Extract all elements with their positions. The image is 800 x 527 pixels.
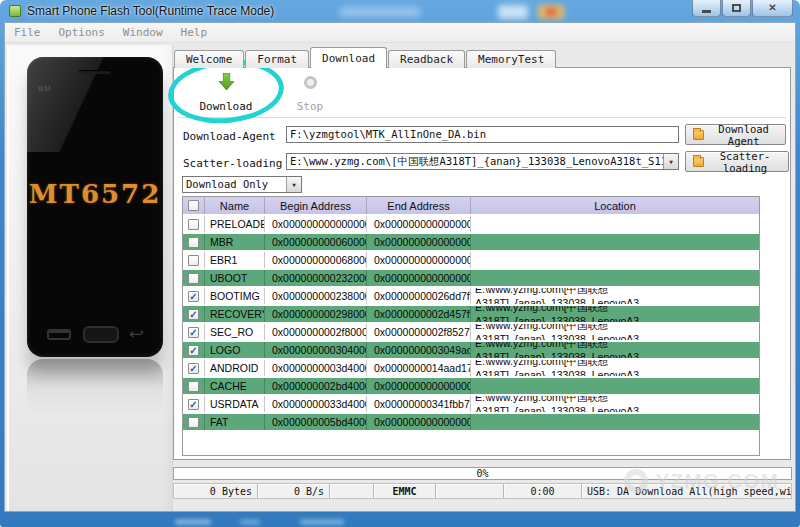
row-name: RECOVERY [205,306,265,322]
menu-help[interactable]: Help [172,26,217,39]
partition-table: Name Begin Address End Address Location … [182,196,760,456]
window-close-button[interactable]: ✕ [752,0,793,17]
table-header-row: Name Begin Address End Address Location [183,197,759,216]
close-icon: ✕ [768,3,776,13]
row-location: E:\www.yzmg.com\[中国联想A318T]_{anan}_13303… [471,324,759,340]
tab-label: MemoryTest [478,53,544,66]
row-checkbox-cell [183,414,205,430]
status-elapsed-time: 0:00 [504,484,582,498]
row-name: BOOTIMG [205,288,265,304]
chevron-down-icon[interactable]: ▼ [663,154,678,169]
tab-format[interactable]: Format [245,50,309,68]
row-checkbox[interactable]: ✓ [188,291,199,302]
table-row[interactable]: ✓RECOVERY0x00000000029800000x0000000002d… [183,306,759,324]
row-checkbox[interactable] [188,273,199,284]
window-minimize-button[interactable] [692,0,721,17]
stop-button-label: Stop [297,100,324,113]
header-location[interactable]: Location [471,197,759,214]
row-begin-address: 0x0000000002980000 [265,306,367,322]
select-all-checkbox[interactable] [188,200,199,211]
download-mode-combobox[interactable]: Download Only ▼ [182,176,302,193]
table-row[interactable]: UBOOT0x00000000023200000x000000000000000… [183,270,759,288]
folder-icon [693,157,704,167]
header-end-address[interactable]: End Address [367,197,471,214]
tab-label: Welcome [186,53,232,66]
table-row[interactable]: ✓LOGO0x00000000030400000x0000000003049ad… [183,342,759,360]
download-mode-value: Download Only [183,177,286,192]
table-row[interactable]: EBR10x00000000006800000x0000000000000000 [183,252,759,270]
window-maximize-button[interactable] [722,0,751,17]
row-checkbox-cell: ✓ [183,306,205,322]
row-checkbox[interactable]: ✓ [188,363,199,374]
row-checkbox[interactable]: ✓ [188,327,199,338]
header-begin-address[interactable]: Begin Address [265,197,367,214]
toolbar-separator [178,117,786,119]
row-end-address: 0x0000000000000000 [367,378,471,394]
table-row[interactable]: ✓SEC_RO0x0000000002f800000x0000000002f85… [183,324,759,342]
row-name: MBR [205,234,265,250]
header-name[interactable]: Name [205,197,265,214]
status-spacer [436,484,504,498]
row-checkbox[interactable] [188,381,199,392]
row-name: SEC_RO [205,324,265,340]
titlebar-blur-blob [498,5,528,19]
table-row[interactable]: ✓BOOTIMG0x00000000023800000x00000000026d… [183,288,759,306]
row-checkbox-cell: ✓ [183,342,205,358]
row-end-address: 0x0000000000000000 [367,270,471,286]
download-button[interactable]: Download [189,73,263,113]
row-checkbox-cell: ✓ [183,288,205,304]
row-name: USRDATA [205,396,265,412]
row-checkbox[interactable]: ✓ [188,309,199,320]
titlebar-blur-blob [545,8,557,16]
row-begin-address: 0x0000000002f80000 [265,324,367,340]
row-begin-address: 0x0000000002320000 [265,270,367,286]
menu-options[interactable]: Options [50,26,114,39]
titlebar: Smart Phone Flash Tool(Runtime Trace Mod… [0,0,800,22]
tab-readback[interactable]: Readback [388,50,465,68]
row-location [471,378,759,394]
row-end-address: 0x00000000026dd7ff [367,288,471,304]
table-row[interactable]: CACHE0x000000002bd400000x000000000000000… [183,378,759,396]
row-checkbox[interactable] [188,255,199,266]
scatter-loading-browse-button[interactable]: Scatter-loading [685,151,789,172]
row-checkbox[interactable] [188,237,199,248]
flash-tool-workarea: WelcomeFormatDownloadReadbackMemoryTest … [173,47,793,482]
table-row[interactable]: PRELOADER0x00000000000000000x00000000000… [183,216,759,234]
menu-window[interactable]: Window [114,26,172,39]
scatter-file-value: E:\www.yzmg.com\[中国联想A318T]_{anan}_13303… [287,154,663,169]
row-checkbox-cell [183,378,205,394]
menu-file[interactable]: File [5,26,50,39]
tab-memorytest[interactable]: MemoryTest [466,50,556,68]
row-end-address: 0x0000000000000000 [367,252,471,268]
client-area: File Options Window Help BM MT6572 ↩ We [4,22,796,512]
progress-percent-label: 0% [476,468,488,479]
tab-label: Format [257,53,297,66]
row-checkbox[interactable] [188,417,199,428]
download-agent-input[interactable]: F:\yzmgtool\MTK_AllInOne_DA.bin [286,126,679,143]
download-agent-browse-button[interactable]: Download Agent [685,124,786,145]
row-checkbox[interactable]: ✓ [188,399,199,410]
table-row[interactable]: MBR0x00000000006000000x0000000000000000 [183,234,759,252]
chevron-down-icon[interactable]: ▼ [286,177,301,192]
table-row[interactable]: FAT0x000000005bd400000x0000000000000000 [183,414,759,432]
row-checkbox[interactable]: ✓ [188,345,199,356]
row-end-address: 0x00000000341fbb7f [367,396,471,412]
app-window: Smart Phone Flash Tool(Runtime Trace Mod… [0,0,800,527]
scatter-file-combobox[interactable]: E:\www.yzmg.com\[中国联想A318T]_{anan}_13303… [286,153,679,170]
tab-download[interactable]: Download [310,47,387,68]
row-checkbox-cell [183,216,205,232]
titlebar-blur-blob [340,7,420,17]
row-checkbox[interactable] [188,219,199,230]
row-name: UBOOT [205,270,265,286]
row-end-address: 0x0000000014aad17f [367,360,471,376]
row-location: E:\www.yzmg.com\[中国联想A318T]_{anan}_13303… [471,342,759,358]
download-agent-label: Download-Agent [183,130,276,143]
row-end-address: 0x0000000003049adb [367,342,471,358]
table-row[interactable]: ✓ANDROID0x0000000003d400000x0000000014aa… [183,360,759,378]
tab-welcome[interactable]: Welcome [174,50,244,68]
status-bytes: 0 Bytes [174,484,258,498]
table-row[interactable]: ✓USRDATA0x0000000033d400000x00000000341f… [183,396,759,414]
phone-preview-panel: BM MT6572 ↩ [7,45,173,511]
stop-button[interactable]: Stop [282,73,338,113]
phone-speaker [79,70,111,74]
